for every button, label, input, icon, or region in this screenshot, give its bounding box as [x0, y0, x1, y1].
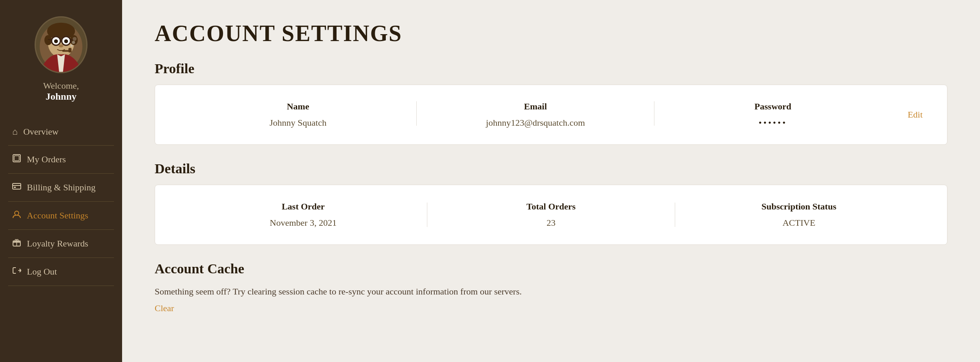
sidebar-item-label: Loyalty Rewards: [27, 238, 88, 249]
profile-cols: Name Johnny Squatch Email johnny123@drsq…: [179, 101, 891, 128]
svg-point-18: [72, 41, 75, 44]
edit-button[interactable]: Edit: [908, 109, 923, 120]
profile-name-col: Name Johnny Squatch: [179, 101, 416, 128]
sidebar-item-label: Billing & Shipping: [27, 182, 96, 193]
name-label: Name: [179, 101, 416, 112]
details-section-title: Details: [155, 161, 947, 177]
profile-email-col: Email johnny123@drsquatch.com: [417, 101, 654, 128]
sidebar-item-overview[interactable]: ⌂ Overview: [8, 118, 114, 146]
password-label: Password: [654, 101, 891, 112]
sidebar-item-label: Overview: [23, 126, 59, 137]
avatar: [35, 16, 88, 73]
email-value: johnny123@drsquatch.com: [417, 118, 654, 128]
main-content: Account Settings Profile Name Johnny Squ…: [122, 0, 980, 362]
logout-icon: [12, 266, 21, 277]
billing-icon: [12, 182, 21, 193]
home-icon: ⌂: [12, 126, 18, 137]
sidebar-item-label: Log Out: [27, 266, 57, 277]
profile-card: Name Johnny Squatch Email johnny123@drsq…: [155, 85, 947, 145]
subscription-status-label: Subscription Status: [675, 201, 923, 212]
clear-cache-button[interactable]: Clear: [155, 303, 174, 313]
svg-rect-15: [62, 50, 69, 52]
account-icon: [12, 210, 21, 221]
svg-point-12: [54, 39, 58, 44]
email-label: Email: [417, 101, 654, 112]
total-orders-col: Total Orders 23: [427, 201, 675, 228]
password-value: ••••••: [654, 118, 891, 128]
nav-list: ⌂ Overview My Orders Billing & Shipping: [0, 118, 122, 286]
svg-point-17: [70, 44, 73, 47]
total-orders-value: 23: [427, 218, 675, 228]
sidebar-item-account-settings[interactable]: Account Settings: [8, 202, 114, 230]
cache-section-title: Account Cache: [155, 261, 947, 277]
details-card: Last Order November 3, 2021 Total Orders…: [155, 185, 947, 245]
profile-section-title: Profile: [155, 61, 947, 76]
sidebar-item-billing-shipping[interactable]: Billing & Shipping: [8, 174, 114, 202]
svg-point-13: [64, 39, 68, 44]
svg-rect-22: [13, 183, 21, 189]
svg-rect-16: [68, 48, 72, 52]
svg-point-14: [59, 44, 63, 48]
sidebar-item-loyalty-rewards[interactable]: Loyalty Rewards: [8, 230, 114, 258]
last-order-value: November 3, 2021: [179, 218, 427, 228]
subscription-status-value: ACTIVE: [675, 218, 923, 228]
last-order-label: Last Order: [179, 201, 427, 212]
sidebar-item-label: Account Settings: [27, 210, 88, 221]
svg-point-25: [15, 211, 19, 215]
cache-description: Something seem off? Try clearing session…: [155, 285, 947, 298]
subscription-status-col: Subscription Status ACTIVE: [675, 201, 923, 228]
svg-rect-21: [14, 156, 19, 161]
sidebar-item-my-orders[interactable]: My Orders: [8, 146, 114, 174]
orders-icon: [12, 154, 21, 165]
welcome-label: Welcome,: [43, 81, 79, 91]
page-title: Account Settings: [155, 20, 947, 46]
gift-icon: [12, 238, 21, 249]
sidebar: Welcome, Johnny ⌂ Overview My Orders: [0, 0, 122, 362]
name-value: Johnny Squatch: [179, 118, 416, 128]
sidebar-item-log-out[interactable]: Log Out: [8, 258, 114, 286]
user-name: Johnny: [46, 91, 77, 102]
svg-rect-24: [14, 187, 16, 188]
sidebar-item-label: My Orders: [27, 154, 66, 165]
last-order-col: Last Order November 3, 2021: [179, 201, 427, 228]
total-orders-label: Total Orders: [427, 201, 675, 212]
profile-password-col: Password ••••••: [654, 101, 891, 128]
svg-point-19: [73, 37, 77, 41]
